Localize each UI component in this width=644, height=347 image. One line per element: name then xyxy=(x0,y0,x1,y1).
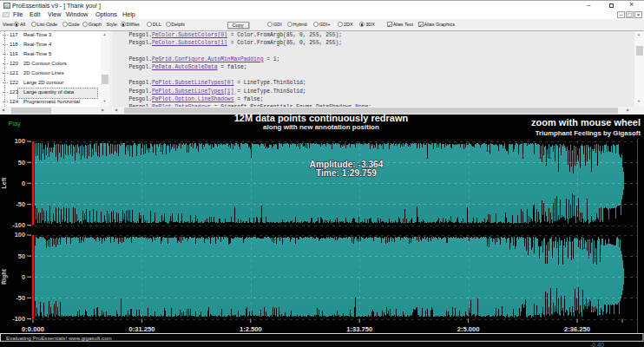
svg-text:100: 100 xyxy=(15,231,25,239)
svg-text:Evaluating ProEssentials! www.: Evaluating ProEssentials! www.gigasoft.c… xyxy=(6,335,112,341)
svg-text:12M data points continuously r: 12M data points continuously redrawn xyxy=(234,115,409,123)
svg-text:0: 0 xyxy=(22,273,25,281)
svg-text:-100: -100 xyxy=(12,315,25,323)
svg-text:Triumphant Feelings by Gigasof: Triumphant Feelings by Gigasoft xyxy=(536,129,641,137)
svg-text:-50: -50 xyxy=(16,294,25,302)
svg-text:zoom with mouse wheel: zoom with mouse wheel xyxy=(531,117,641,128)
svg-text:along with new annotation posi: along with new annotation position xyxy=(263,123,379,131)
svg-text:50: 50 xyxy=(18,159,25,167)
svg-text:2:36.250: 2:36.250 xyxy=(564,325,590,333)
svg-text:Right: Right xyxy=(1,268,8,285)
svg-text:0:31.250: 0:31.250 xyxy=(128,325,154,333)
svg-text:-50: -50 xyxy=(16,200,25,208)
svg-text:1:2.500: 1:2.500 xyxy=(240,325,262,333)
svg-text:-100: -100 xyxy=(12,221,25,229)
svg-text:Time: 1:29.759: Time: 1:29.759 xyxy=(316,168,377,178)
svg-text:Amplitude: -3.364: Amplitude: -3.364 xyxy=(310,160,384,169)
svg-text:0: 0 xyxy=(22,180,25,187)
svg-text:100: 100 xyxy=(15,137,25,145)
svg-text:2:5.000: 2:5.000 xyxy=(457,325,480,333)
svg-text:1:33.750: 1:33.750 xyxy=(346,325,372,333)
svg-text:0:0.000: 0:0.000 xyxy=(22,325,44,333)
svg-text:50: 50 xyxy=(18,252,25,260)
svg-text:Left: Left xyxy=(1,177,7,189)
svg-text:Play: Play xyxy=(9,120,22,128)
svg-text:-0.40: -0.40 xyxy=(590,342,604,347)
